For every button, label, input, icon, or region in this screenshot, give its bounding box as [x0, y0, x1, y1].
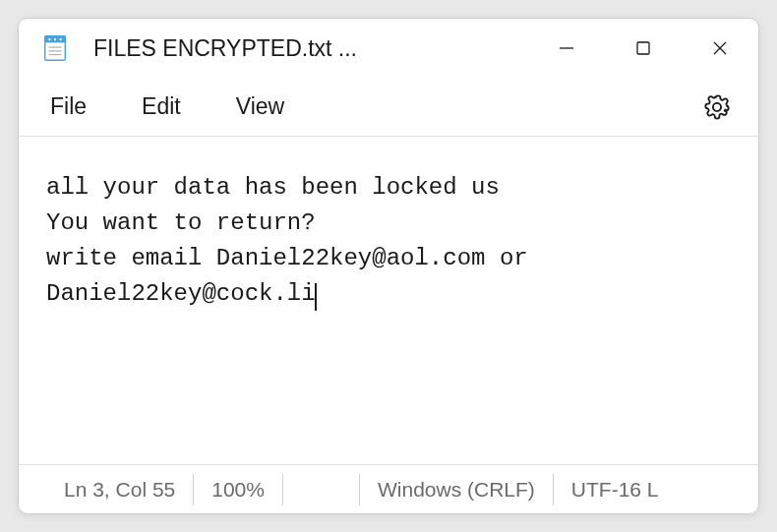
menu-bar: File Edit View [19, 78, 758, 137]
maximize-button[interactable] [605, 19, 682, 78]
notepad-icon [40, 33, 70, 63]
settings-button[interactable] [697, 88, 737, 127]
svg-point-4 [60, 38, 62, 40]
text-line: all your data has been locked us [46, 174, 500, 201]
status-encoding[interactable]: UTF-16 L [554, 474, 677, 505]
text-line: write email Daniel22key@aol.com or Danie… [46, 245, 542, 307]
notepad-window: FILES ENCRYPTED.txt ... File Edit View [18, 18, 759, 514]
menu-edit[interactable]: Edit [142, 93, 181, 120]
text-editor-area[interactable]: all your data has been locked us You wan… [19, 137, 758, 464]
status-zoom[interactable]: 100% [194, 474, 283, 505]
menu-file[interactable]: File [50, 93, 87, 120]
svg-rect-9 [637, 42, 649, 54]
status-line-ending[interactable]: Windows (CRLF) [360, 474, 554, 505]
menu-view[interactable]: View [236, 93, 284, 120]
status-bar: Ln 3, Col 55 100% Windows (CRLF) UTF-16 … [19, 464, 758, 513]
svg-point-2 [48, 38, 50, 40]
window-title: FILES ENCRYPTED.txt ... [93, 35, 528, 62]
minimize-button[interactable] [528, 19, 605, 78]
window-controls [528, 19, 758, 78]
gear-icon [703, 93, 731, 121]
status-spacer [283, 474, 360, 505]
status-cursor-position[interactable]: Ln 3, Col 55 [46, 474, 194, 505]
svg-point-3 [54, 38, 56, 40]
close-button[interactable] [682, 19, 758, 78]
text-line: You want to return? [46, 209, 316, 236]
title-bar[interactable]: FILES ENCRYPTED.txt ... [19, 19, 758, 78]
text-caret [315, 283, 317, 311]
